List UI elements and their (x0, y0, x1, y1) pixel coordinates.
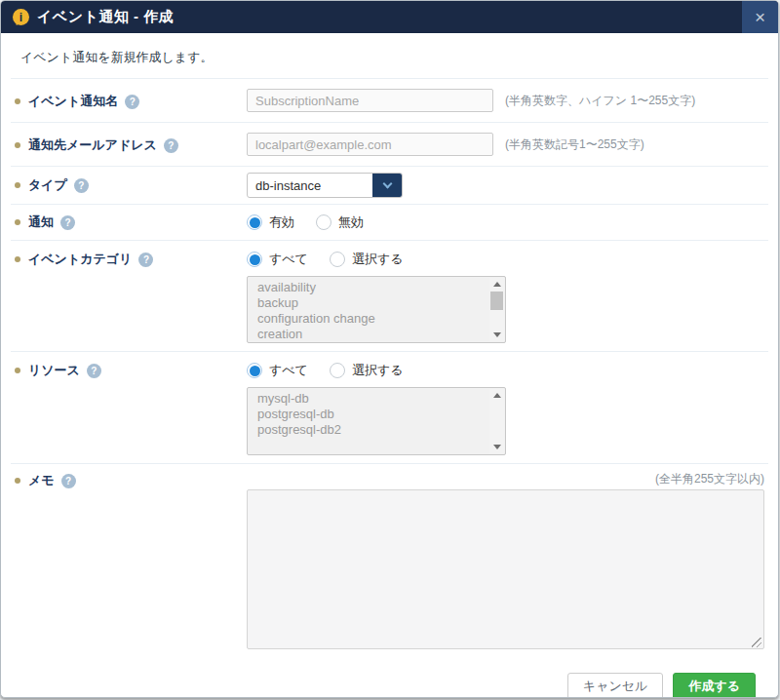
list-item: creation (248, 327, 505, 342)
list-item: mysql-db (248, 391, 505, 407)
scrollbar-thumb[interactable] (490, 292, 503, 310)
list-item: configuration change (248, 311, 505, 327)
scrollbar[interactable] (489, 278, 504, 341)
close-icon[interactable]: × (742, 1, 778, 33)
list-item: availability (248, 280, 505, 295)
bullet-icon (15, 368, 20, 373)
bullet-icon (15, 478, 20, 484)
bullet-icon (15, 219, 20, 225)
dialog-header: i イベント通知 - 作成 × (1, 1, 778, 33)
radio-notification-enabled[interactable] (247, 214, 262, 230)
bullet-icon (15, 98, 20, 104)
row-resource: リソース ? すべて 選択する mysql-db postgresql-db p… (11, 351, 768, 463)
memo-textarea[interactable] (247, 489, 764, 649)
memo-note: (全半角255文字以内) (247, 472, 764, 486)
radio-category-all[interactable] (247, 252, 262, 267)
scroll-up-icon[interactable] (489, 278, 504, 291)
help-icon[interactable]: ? (74, 178, 89, 193)
dialog-title: イベント通知 - 作成 (37, 8, 174, 26)
resource-listbox[interactable]: mysql-db postgresql-db postgresql-db2 (247, 387, 506, 455)
list-item: backup (248, 295, 505, 311)
bullet-icon (15, 142, 20, 148)
bullet-icon (15, 256, 20, 262)
radio-category-select[interactable] (330, 252, 345, 267)
row-event-category: イベントカテゴリ ? すべて 選択する availability backup … (11, 240, 768, 351)
bullet-icon (15, 182, 20, 188)
email-note: (半角英数記号1〜255文字) (505, 133, 644, 156)
scroll-down-icon[interactable] (489, 329, 504, 341)
subscription-name-input[interactable] (247, 89, 493, 112)
row-subscription-name: イベント通知名 ? (半角英数字、ハイフン 1〜255文字) (11, 78, 768, 122)
resize-handle-icon[interactable] (752, 638, 761, 647)
help-icon[interactable]: ? (60, 215, 75, 230)
help-icon[interactable]: ? (164, 138, 178, 153)
radio-category-all-label[interactable]: すべて (269, 251, 308, 268)
scrollbar[interactable] (489, 389, 504, 453)
resource-label: リソース (28, 362, 80, 379)
info-icon: i (13, 9, 29, 25)
list-item: postgresql-db2 (248, 422, 505, 438)
list-item: postgresql-db (248, 407, 505, 422)
subscription-name-note: (半角英数字、ハイフン 1〜255文字) (505, 89, 695, 112)
memo-label: メモ (28, 472, 55, 489)
cancel-button[interactable]: キャンセル (567, 673, 664, 698)
radio-category-select-label[interactable]: 選択する (352, 251, 404, 268)
radio-notification-disabled-label[interactable]: 無効 (338, 214, 364, 231)
subscription-name-label: イベント通知名 (28, 93, 118, 110)
type-select[interactable]: db-instance (247, 173, 403, 198)
scroll-down-icon[interactable] (489, 441, 504, 453)
help-icon[interactable]: ? (125, 95, 139, 109)
help-icon[interactable]: ? (61, 474, 76, 488)
email-label: 通知先メールアドレス (28, 136, 157, 154)
email-input[interactable] (247, 133, 493, 156)
chevron-down-icon (382, 178, 392, 188)
type-select-value: db-instance (248, 178, 372, 193)
row-notification: 通知 ? 有効 無効 (11, 204, 768, 240)
select-dropdown-button[interactable] (372, 173, 402, 198)
event-notification-create-dialog: i イベント通知 - 作成 × イベント通知を新規作成します。 イベント通知名 … (0, 0, 779, 698)
radio-resource-select-label[interactable]: 選択する (352, 362, 404, 379)
radio-resource-all-label[interactable]: すべて (269, 362, 308, 379)
dialog-description: イベント通知を新規作成します。 (1, 33, 778, 78)
radio-resource-select[interactable] (330, 363, 345, 378)
help-icon[interactable]: ? (138, 253, 153, 267)
row-type: タイプ ? db-instance (11, 166, 768, 204)
form: イベント通知名 ? (半角英数字、ハイフン 1〜255文字) 通知先メールアドレ… (11, 78, 768, 665)
info-icon-tail (13, 20, 20, 29)
list-item: deletion (248, 342, 505, 343)
notification-label: 通知 (28, 214, 54, 231)
event-category-label: イベントカテゴリ (28, 251, 132, 268)
create-button[interactable]: 作成する (673, 673, 756, 698)
event-category-listbox[interactable]: availability backup configuration change… (247, 276, 506, 343)
dialog-footer: キャンセル 作成する (1, 665, 778, 698)
scroll-up-icon[interactable] (489, 389, 504, 402)
radio-notification-enabled-label[interactable]: 有効 (269, 214, 294, 231)
row-email: 通知先メールアドレス ? (半角英数記号1〜255文字) (11, 122, 768, 166)
row-memo: メモ ? (全半角255文字以内) (11, 463, 768, 665)
radio-notification-disabled[interactable] (316, 214, 332, 230)
type-label: タイプ (28, 176, 67, 194)
help-icon[interactable]: ? (87, 364, 101, 378)
radio-resource-all[interactable] (247, 363, 262, 378)
